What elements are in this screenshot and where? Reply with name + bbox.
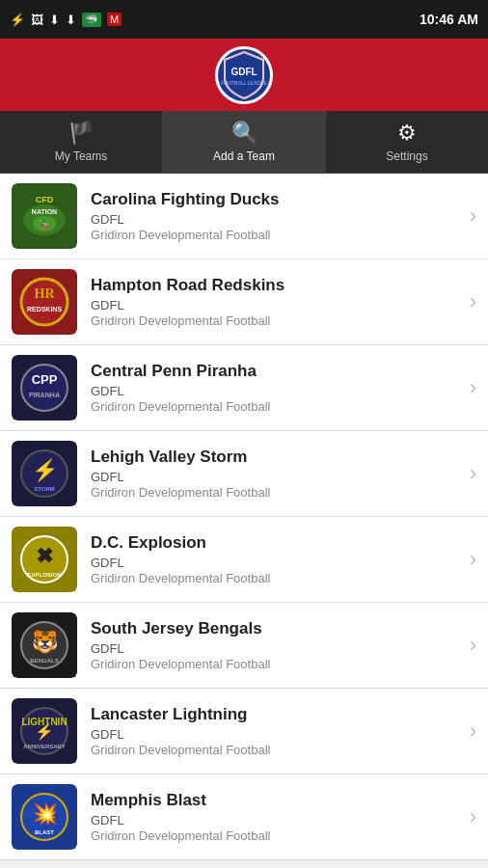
team-logo: ⚡ STORM <box>12 441 77 506</box>
team-logo: CFD NATION 🦆 <box>12 183 77 249</box>
team-name: D.C. Explosion <box>91 533 462 553</box>
svg-text:CPP: CPP <box>32 372 58 387</box>
team-logo: CPP PIRANHA <box>12 355 77 420</box>
team-name: Lehigh Valley Storm <box>91 448 462 467</box>
team-logo: ✖ EXPLOSION <box>12 527 77 592</box>
team-logo: 🐯 BENGALS <box>12 612 77 678</box>
chevron-right-icon: › <box>470 804 476 829</box>
m-logo-icon: M <box>107 13 122 26</box>
nav-tabs: 🏴 My Teams 🔍 Add a Team ⚙ Settings <box>0 111 488 174</box>
team-info: Memphis Blast GDFL Gridiron Developmenta… <box>91 791 462 843</box>
team-league: GDFL <box>91 212 462 227</box>
chevron-right-icon: › <box>470 203 476 229</box>
gdfl-logo: GDFL FOOTBALL LEAGUE <box>215 46 273 104</box>
team-name: Memphis Blast <box>91 791 462 810</box>
team-league: GDFL <box>91 556 462 570</box>
team-description: Gridiron Developmental Football <box>91 228 462 242</box>
tab-add-team[interactable]: 🔍 Add a Team <box>163 111 326 173</box>
chevron-right-icon: › <box>470 375 476 400</box>
team-info: South Jersey Bengals GDFL Gridiron Devel… <box>91 619 462 671</box>
download-icon: ⬇ <box>49 13 60 27</box>
tab-settings[interactable]: ⚙ Settings <box>326 111 488 173</box>
svg-text:🐯: 🐯 <box>32 629 59 655</box>
svg-text:💥: 💥 <box>32 800 59 827</box>
team-description: Gridiron Developmental Football <box>91 399 462 414</box>
svg-text:STORM: STORM <box>34 486 55 492</box>
team-league: GDFL <box>91 470 462 484</box>
chevron-right-icon: › <box>470 289 476 314</box>
team-name: Lancaster Lightning <box>91 705 462 724</box>
team-info: D.C. Explosion GDFL Gridiron Development… <box>91 533 462 585</box>
flag-icon: 🏴 <box>68 121 95 146</box>
svg-text:PIRANHA: PIRANHA <box>29 392 60 398</box>
team-item[interactable]: ⚡ STORM Lehigh Valley Storm GDFL Gridiro… <box>0 431 488 517</box>
team-item[interactable]: LIGHTNIN ⚡ ANNIVERSARY Lancaster Lightni… <box>0 689 488 774</box>
team-logo: HR REDSKINS <box>12 269 77 335</box>
svg-text:FOOTBALL LEAGUE: FOOTBALL LEAGUE <box>221 80 267 86</box>
team-league: GDFL <box>91 813 462 827</box>
usb-icon: ⚡ <box>10 13 25 27</box>
tab-my-teams[interactable]: 🏴 My Teams <box>0 111 163 173</box>
team-league: GDFL <box>91 727 462 742</box>
team-item[interactable]: CFD NATION 🦆 Carolina Fighting Ducks GDF… <box>0 174 488 259</box>
team-item[interactable]: CPP PIRANHA Central Penn Piranha GDFL Gr… <box>0 345 488 431</box>
team-description: Gridiron Developmental Football <box>91 485 462 500</box>
svg-text:🦆: 🦆 <box>39 218 51 231</box>
team-description: Gridiron Developmental Football <box>91 828 462 843</box>
svg-text:BENGALS: BENGALS <box>30 658 58 664</box>
image-icon: 🖼 <box>31 13 43 27</box>
status-time: 10:46 AM <box>420 12 478 27</box>
team-name: Carolina Fighting Ducks <box>91 190 462 209</box>
svg-text:BLAST: BLAST <box>35 829 54 835</box>
my-teams-label: My Teams <box>55 149 107 163</box>
team-list: CFD NATION 🦆 Carolina Fighting Ducks GDF… <box>0 174 488 868</box>
team-item[interactable]: ✖ EXPLOSION D.C. Explosion GDFL Gridiron… <box>0 517 488 603</box>
settings-label: Settings <box>386 149 427 163</box>
svg-text:HR: HR <box>35 286 56 301</box>
svg-text:GDFL: GDFL <box>230 67 257 77</box>
gear-icon: ⚙ <box>397 121 417 146</box>
team-description: Gridiron Developmental Football <box>91 657 462 671</box>
team-name: Hampton Road Redskins <box>91 276 462 295</box>
team-name: Central Penn Piranha <box>91 362 462 381</box>
team-league: GDFL <box>91 641 462 656</box>
team-league: GDFL <box>91 298 462 312</box>
status-icons: ⚡ 🖼 ⬇ ⬇ 🦈 M <box>10 13 122 27</box>
team-description: Gridiron Developmental Football <box>91 313 462 328</box>
svg-text:⚡: ⚡ <box>35 722 54 741</box>
svg-text:EXPLOSION: EXPLOSION <box>27 572 61 578</box>
status-bar: ⚡ 🖼 ⬇ ⬇ 🦈 M 10:46 AM <box>0 0 488 39</box>
svg-text:REDSKINS: REDSKINS <box>27 306 63 312</box>
team-info: Lehigh Valley Storm GDFL Gridiron Develo… <box>91 448 462 500</box>
chevron-right-icon: › <box>470 547 476 572</box>
team-item[interactable]: 🐯 BENGALS South Jersey Bengals GDFL Grid… <box>0 603 488 689</box>
app-header: GDFL FOOTBALL LEAGUE <box>0 39 488 111</box>
svg-text:NATION: NATION <box>32 208 57 215</box>
team-info: Lancaster Lightning GDFL Gridiron Develo… <box>91 705 462 757</box>
team-logo: 💥 BLAST <box>12 784 77 850</box>
shark-icon: 🦈 <box>82 13 101 27</box>
team-info: Central Penn Piranha GDFL Gridiron Devel… <box>91 362 462 414</box>
team-name: South Jersey Bengals <box>91 619 462 638</box>
team-league: GDFL <box>91 384 462 398</box>
team-info: Hampton Road Redskins GDFL Gridiron Deve… <box>91 276 462 328</box>
team-description: Gridiron Developmental Football <box>91 571 462 585</box>
team-description: Gridiron Developmental Football <box>91 743 462 757</box>
svg-text:ANNIVERSARY: ANNIVERSARY <box>23 744 65 749</box>
chevron-right-icon: › <box>470 633 476 658</box>
svg-text:✖: ✖ <box>36 544 53 568</box>
search-icon: 🔍 <box>231 121 258 146</box>
chevron-right-icon: › <box>470 461 476 486</box>
team-item[interactable]: 💥 BLAST Memphis Blast GDFL Gridiron Deve… <box>0 774 488 860</box>
chevron-right-icon: › <box>470 719 476 744</box>
team-item[interactable]: HR REDSKINS Hampton Road Redskins GDFL G… <box>0 259 488 345</box>
add-team-label: Add a Team <box>213 149 275 163</box>
team-logo: LIGHTNIN ⚡ ANNIVERSARY <box>12 698 77 764</box>
download2-icon: ⬇ <box>66 13 76 27</box>
svg-text:⚡: ⚡ <box>32 457 59 483</box>
team-info: Carolina Fighting Ducks GDFL Gridiron De… <box>91 190 462 242</box>
svg-text:CFD: CFD <box>36 195 54 204</box>
